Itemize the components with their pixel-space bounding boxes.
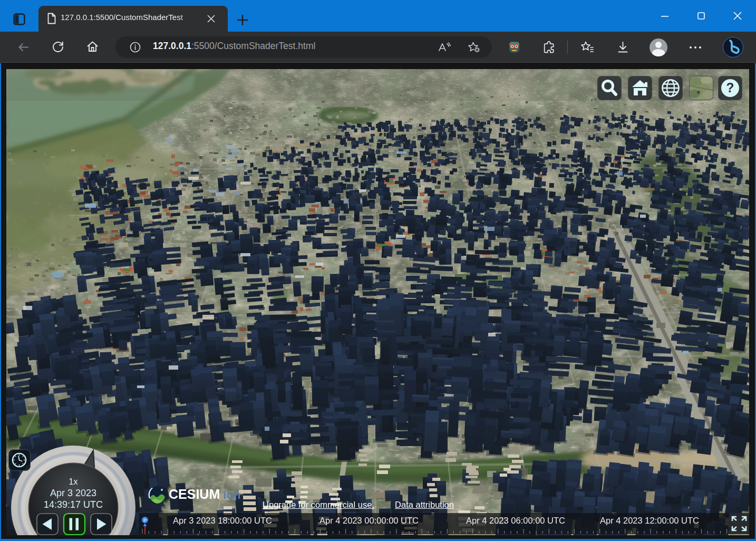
svg-text:?: ? [726, 80, 734, 95]
svg-text:Apr 3 2023: Apr 3 2023 [50, 488, 96, 498]
svg-text:P: P [143, 518, 147, 523]
svg-text:1x: 1x [69, 477, 78, 486]
svg-text:14:39:17 UTC: 14:39:17 UTC [44, 499, 103, 510]
